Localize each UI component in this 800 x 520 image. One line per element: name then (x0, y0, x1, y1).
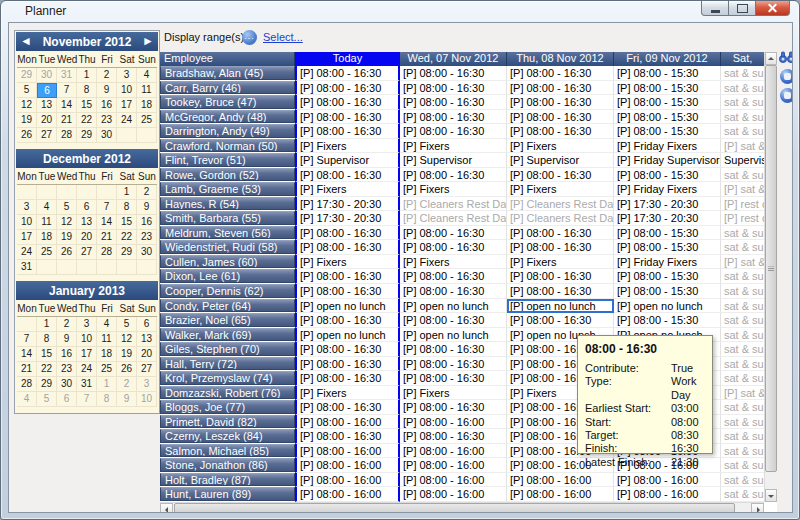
employee-cell[interactable]: Holt, Bradley (87) (160, 473, 295, 487)
calendar-day[interactable]: 6 (57, 392, 77, 407)
schedule-cell[interactable]: [P] 08:00 - 16:30 (295, 400, 400, 415)
calendar-day[interactable]: 1 (117, 185, 137, 200)
horizontal-scroll-thumb[interactable] (174, 503, 735, 513)
schedule-cell[interactable]: [P] 08:00 - 16:30 (295, 284, 400, 299)
employee-cell[interactable]: Hunt, Lauren (89) (160, 487, 295, 501)
calendar-day[interactable]: 29 (37, 377, 57, 392)
schedule-cell[interactable]: sat & sun (721, 124, 764, 139)
schedule-cell[interactable]: [P] sat & (721, 255, 764, 270)
schedule-cell[interactable]: [P] Cleaners Rest Day (400, 197, 507, 212)
schedule-cell[interactable]: [P] 08:00 - 16:00 (507, 487, 614, 502)
calendar-day[interactable]: 8 (117, 200, 137, 215)
calendar-day[interactable]: 7 (77, 392, 97, 407)
schedule-cell[interactable]: sat & sun (721, 487, 764, 502)
schedule-cell[interactable]: [P] 08:00 - 16:30 (295, 81, 400, 96)
schedule-cell[interactable]: [P] 08:00 - 16:00 (400, 444, 507, 459)
schedule-cell[interactable]: [P] 08:00 - 16:00 (295, 415, 400, 430)
schedule-cell[interactable]: [P] 08:00 - 16:30 (507, 81, 614, 96)
schedule-cell[interactable]: sat & sun (721, 400, 764, 415)
schedule-cell[interactable]: Supervisor (721, 153, 764, 168)
employee-cell[interactable]: Krol, Przemyslaw (74) (160, 371, 295, 385)
calendar-day[interactable]: 21 (57, 113, 77, 128)
calendar-day[interactable]: 7 (97, 200, 117, 215)
schedule-cell[interactable]: sat & sun (721, 371, 764, 386)
calendar-day[interactable]: 13 (37, 98, 57, 113)
scroll-up-button[interactable] (765, 52, 777, 65)
schedule-cell[interactable]: [P] 17:30 - 20:30 (295, 211, 400, 226)
select-range-link[interactable]: Select... (263, 31, 303, 43)
employee-cell[interactable]: Hall, Terry (72) (160, 357, 295, 371)
employee-cell[interactable]: Giles, Stephen (70) (160, 342, 295, 356)
schedule-cell[interactable]: [P] 08:00 - 16:30 (507, 110, 614, 125)
schedule-cell[interactable]: [P] 08:00 - 16:30 (507, 95, 614, 110)
schedule-cell[interactable]: [P] 08:00 - 16:30 (400, 400, 507, 415)
schedule-cell[interactable]: [P] 08:00 - 15:30 (614, 81, 721, 96)
schedule-cell[interactable]: sat & sun (721, 357, 764, 372)
schedule-cell[interactable]: sat & sun (721, 284, 764, 299)
calendar-day[interactable]: 14 (17, 347, 37, 362)
schedule-cell[interactable]: [P] sat & (721, 386, 764, 401)
calendar-day[interactable]: 9 (137, 200, 157, 215)
employee-cell[interactable]: McGregor, Andy (48) (160, 110, 295, 124)
schedule-cell[interactable]: [P] 08:00 - 16:30 (295, 95, 400, 110)
employee-cell[interactable]: Rowe, Gordon (52) (160, 168, 295, 182)
title-bar[interactable]: Planner (1, 1, 799, 22)
schedule-cell[interactable]: [P] 08:00 - 16:00 (295, 487, 400, 502)
horizontal-scrollbar[interactable] (160, 502, 764, 513)
calendar-day[interactable]: 12 (57, 215, 77, 230)
calendar-day[interactable]: 24 (77, 362, 97, 377)
calendar-day[interactable]: 7 (57, 83, 77, 98)
schedule-cell[interactable]: [P] 08:00 - 15:30 (614, 124, 721, 139)
calendar-day[interactable]: 16 (57, 347, 77, 362)
column-header-thu[interactable]: Thu, 08 Nov 2012 (507, 52, 614, 66)
schedule-cell[interactable]: [P] Fixers (507, 255, 614, 270)
schedule-cell[interactable]: [P] 08:00 - 15:30 (614, 240, 721, 255)
schedule-cell[interactable]: [P] 08:00 - 15:30 (614, 269, 721, 284)
schedule-cell[interactable]: [P] open no lunch (400, 328, 507, 343)
schedule-cell[interactable]: [P] 08:00 - 16:00 (614, 487, 721, 502)
schedule-cell[interactable]: [P] Friday Fixers (614, 255, 721, 270)
employee-cell[interactable]: Meldrum, Steven (56) (160, 226, 295, 240)
calendar-day[interactable]: 1 (97, 377, 117, 392)
calendar-day[interactable]: 18 (137, 98, 157, 113)
column-header-today[interactable]: Today (295, 52, 400, 66)
calendar-day[interactable]: 6 (77, 200, 97, 215)
schedule-cell[interactable]: [P] 08:00 - 16:30 (295, 342, 400, 357)
schedule-cell[interactable]: [P] Supervisor (507, 153, 614, 168)
employee-cell[interactable]: Condy, Peter (64) (160, 299, 295, 313)
schedule-cell[interactable]: [P] 08:00 - 16:30 (507, 168, 614, 183)
schedule-cell[interactable]: [P] 08:00 - 16:30 (295, 226, 400, 241)
schedule-cell[interactable]: sat & sun (721, 95, 764, 110)
calendar-day[interactable]: 7 (17, 332, 37, 347)
employee-cell[interactable]: Dixon, Lee (61) (160, 269, 295, 283)
calendar-day[interactable]: 25 (137, 113, 157, 128)
schedule-cell[interactable]: sat & sun (721, 269, 764, 284)
calendar-day[interactable]: 26 (57, 245, 77, 260)
employee-cell[interactable]: Walker, Mark (69) (160, 328, 295, 342)
schedule-cell[interactable]: [P] 17:30 - 20:30 (295, 197, 400, 212)
close-button[interactable] (756, 1, 790, 16)
schedule-cell[interactable]: [P] 08:00 - 16:30 (400, 110, 507, 125)
schedule-cell[interactable]: [P] 08:00 - 16:30 (507, 124, 614, 139)
schedule-cell[interactable]: [P] Fixers (295, 386, 400, 401)
schedule-cell[interactable]: [P] 08:00 - 16:00 (295, 444, 400, 459)
calendar-day[interactable]: 17 (17, 230, 37, 245)
calendar-day[interactable]: 30 (97, 128, 117, 143)
employee-cell[interactable]: Haynes, R (54) (160, 197, 295, 211)
schedule-cell[interactable]: sat & sun (721, 240, 764, 255)
schedule-cell[interactable]: [P] 08:00 - 15:30 (614, 226, 721, 241)
schedule-cell[interactable]: [P] 08:00 - 16:30 (295, 429, 400, 444)
calendar-day[interactable]: 15 (117, 215, 137, 230)
calendar-day[interactable]: 23 (97, 113, 117, 128)
schedule-cell[interactable]: sat & sun (721, 444, 764, 459)
calendar-day[interactable]: 3 (77, 317, 97, 332)
calendar-day[interactable]: 20 (77, 230, 97, 245)
calendar-day[interactable]: 10 (77, 332, 97, 347)
column-header-sat[interactable]: Sat, (721, 52, 764, 66)
prev-month-arrow-icon[interactable] (19, 34, 33, 48)
calendar-day[interactable]: 5 (57, 200, 77, 215)
calendar-day[interactable]: 15 (37, 347, 57, 362)
schedule-cell[interactable]: [P] 08:00 - 16:00 (507, 473, 614, 488)
schedule-cell[interactable]: sat & sun (721, 168, 764, 183)
schedule-cell[interactable]: [P] 08:00 - 15:30 (614, 110, 721, 125)
